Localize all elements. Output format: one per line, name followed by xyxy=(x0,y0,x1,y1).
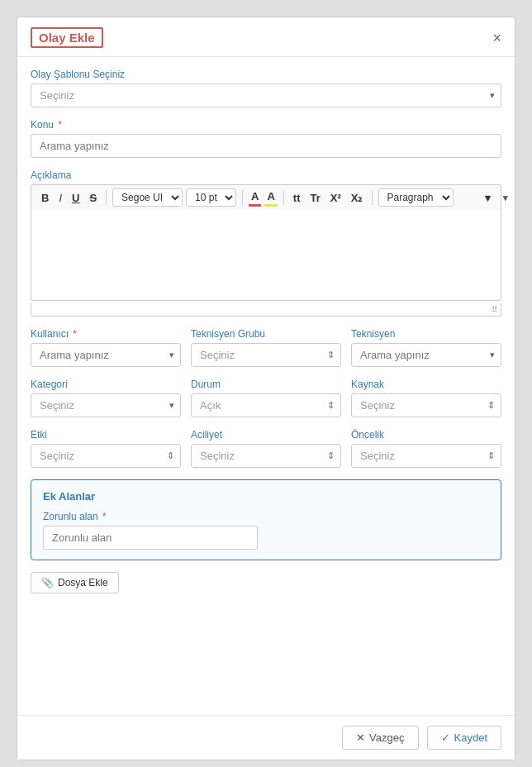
font-size-select[interactable]: 10 pt xyxy=(186,188,236,207)
close-button[interactable]: × xyxy=(492,31,501,45)
zorunlu-required-star: * xyxy=(100,511,107,522)
konu-field-group: Konu * xyxy=(31,119,501,158)
modal-body: Olay Şablonu Seçiniz Seçiniz ▾ Konu * Aç… xyxy=(17,57,515,715)
zorunlu-alan-group: Zorunlu alan * xyxy=(43,511,489,550)
tt-button[interactable]: tt xyxy=(290,190,304,206)
kaydet-label: Kaydet xyxy=(454,731,487,744)
highlight-button[interactable]: A xyxy=(264,188,277,207)
sup-button[interactable]: X² xyxy=(327,190,344,206)
check-icon: ✓ xyxy=(441,731,450,744)
kullanici-field-group: Kullanıcı * ▾ xyxy=(31,328,181,367)
kategori-select-wrapper: Seçiniz ▾ xyxy=(31,393,181,417)
template-select[interactable]: Seçiniz xyxy=(31,83,501,107)
aciliyet-select[interactable]: Seçiniz xyxy=(191,444,341,468)
teknisyen-grubu-select-wrapper: Seçiniz ⇕ xyxy=(191,343,341,367)
aciklama-editor[interactable] xyxy=(31,210,501,301)
kaynak-label: Kaynak xyxy=(351,379,501,390)
kaynak-select[interactable]: Seçiniz xyxy=(351,393,501,417)
etki-select-wrapper: Seçiniz ⇕ xyxy=(31,444,181,468)
dosya-ekle-label: Dosya Ekle xyxy=(58,577,108,588)
font-color-arrow: ▾ xyxy=(503,193,508,203)
attach-icon: 📎 xyxy=(41,577,54,588)
toolbar-sep-2 xyxy=(242,190,243,205)
aciliyet-field-group: Aciliyet Seçiniz ⇕ xyxy=(191,429,341,468)
modal-title: Olay Ekle xyxy=(31,27,103,48)
oncelik-field-group: Öncelik Seçiniz ⇕ xyxy=(351,429,501,468)
durum-select[interactable]: Açık xyxy=(191,393,341,417)
kategori-field-group: Kategori Seçiniz ▾ xyxy=(31,379,181,417)
row-etki-aciliyet-oncelik: Etki Seçiniz ⇕ Aciliyet Seçiniz ⇕ xyxy=(31,429,501,468)
kaynak-field-group: Kaynak Seçiniz ⇕ xyxy=(351,379,501,417)
ek-alanlar-title: Ek Alanlar xyxy=(43,490,489,503)
italic-button[interactable]: I xyxy=(55,190,65,206)
durum-select-wrapper: Açık ⇕ xyxy=(191,393,341,417)
modal-header: Olay Ekle × xyxy=(17,17,515,57)
etki-select[interactable]: Seçiniz xyxy=(31,444,181,468)
font-family-arrow: ▾ xyxy=(503,193,508,203)
underline-button[interactable]: U xyxy=(69,190,83,206)
teknisyen-input[interactable] xyxy=(351,343,501,367)
row-kullanici-teknisyen: Kullanıcı * ▾ Teknisyen Grubu Seçiniz ⇕ xyxy=(31,328,501,367)
modal-footer: ✕ Vazgeç ✓ Kaydet xyxy=(17,715,515,760)
aciliyet-label: Aciliyet xyxy=(191,429,341,441)
modal-container: Olay Ekle × Olay Şablonu Seçiniz Seçiniz… xyxy=(17,17,515,760)
font-family-select[interactable]: Segoe UI xyxy=(112,188,183,207)
konu-required-star: * xyxy=(55,119,62,131)
strikethrough-button[interactable]: S xyxy=(86,190,100,206)
teknisyen-grubu-select[interactable]: Seçiniz xyxy=(191,343,341,367)
toolbar-sep-3 xyxy=(283,190,284,205)
toolbar-expand-button[interactable]: ▾ xyxy=(482,190,494,206)
teknisyen-grubu-label: Teknisyen Grubu xyxy=(191,328,341,340)
vazgec-label: Vazgeç xyxy=(369,731,404,744)
durum-label: Durum xyxy=(191,379,341,390)
konu-label: Konu * xyxy=(31,119,501,131)
highlight-arrow: ▾ xyxy=(503,193,508,203)
vazgec-button[interactable]: ✕ Vazgeç xyxy=(342,726,418,750)
durum-field-group: Durum Açık ⇕ xyxy=(191,379,341,417)
font-color-button[interactable]: A xyxy=(249,188,261,207)
etki-label: Etki xyxy=(31,429,181,441)
toolbar-sep-1 xyxy=(106,190,107,205)
editor-resize-handle[interactable]: ⠿ xyxy=(31,303,501,317)
editor-toolbar: B I U S Segoe UI ▾ 10 pt ▾ A ▾ A ▾ tt xyxy=(31,184,501,210)
zorunlu-alan-label: Zorunlu alan * xyxy=(43,511,489,522)
teknisyen-grubu-field-group: Teknisyen Grubu Seçiniz ⇕ xyxy=(191,328,341,367)
row-kategori-durum-kaynak: Kategori Seçiniz ▾ Durum Açık ⇕ xyxy=(31,379,501,417)
kullanici-input[interactable] xyxy=(31,343,181,367)
template-field-group: Olay Şablonu Seçiniz Seçiniz ▾ xyxy=(31,69,501,107)
zorunlu-alan-input[interactable] xyxy=(43,526,258,550)
oncelik-select[interactable]: Seçiniz xyxy=(351,444,501,468)
ek-alanlar-box: Ek Alanlar Zorunlu alan * xyxy=(31,479,501,560)
font-size-arrow: ▾ xyxy=(503,193,508,203)
sub-button[interactable]: X₂ xyxy=(348,190,366,206)
kaydet-button[interactable]: ✓ Kaydet xyxy=(427,726,501,750)
konu-input[interactable] xyxy=(31,134,501,158)
dosya-ekle-button[interactable]: 📎 Dosya Ekle xyxy=(31,572,119,593)
bold-button[interactable]: B xyxy=(38,190,52,206)
aciliyet-select-wrapper: Seçiniz ⇕ xyxy=(191,444,341,468)
teknisyen-label: Teknisyen xyxy=(351,328,501,340)
toolbar-sep-4 xyxy=(372,190,373,205)
paragraph-arrow: ▾ xyxy=(503,193,508,203)
teknisyen-field-group: Teknisyen ▾ xyxy=(351,328,501,367)
template-select-wrapper: Seçiniz ▾ xyxy=(31,83,501,107)
tr-button[interactable]: Tr xyxy=(307,190,324,206)
kullanici-label: Kullanıcı * xyxy=(31,328,181,340)
paragraph-select[interactable]: Paragraph xyxy=(378,188,454,207)
oncelik-label: Öncelik xyxy=(351,429,501,441)
aciklama-label: Açıklama xyxy=(31,169,501,181)
kaynak-select-wrapper: Seçiniz ⇕ xyxy=(351,393,501,417)
template-label: Olay Şablonu Seçiniz xyxy=(31,69,501,80)
kategori-label: Kategori xyxy=(31,379,181,390)
kullanici-select-wrapper: ▾ xyxy=(31,343,181,367)
etki-field-group: Etki Seçiniz ⇕ xyxy=(31,429,181,468)
aciklama-field-group: Açıklama B I U S Segoe UI ▾ 10 pt ▾ A ▾ xyxy=(31,169,501,317)
kullanici-required-star: * xyxy=(70,328,77,340)
x-icon: ✕ xyxy=(356,731,365,744)
kategori-select[interactable]: Seçiniz xyxy=(31,393,181,417)
oncelik-select-wrapper: Seçiniz ⇕ xyxy=(351,444,501,468)
teknisyen-select-wrapper: ▾ xyxy=(351,343,501,367)
